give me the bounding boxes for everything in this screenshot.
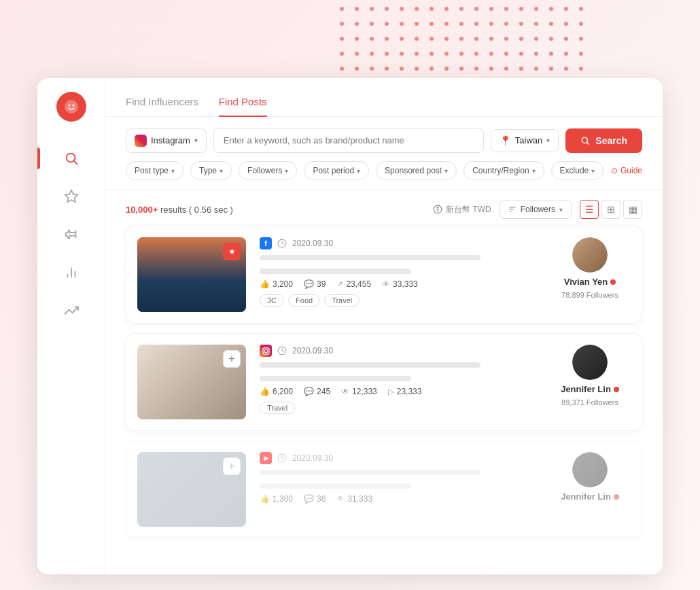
view-table-btn[interactable]: ▦ [623, 200, 642, 219]
sidebar-item-analytics[interactable] [55, 256, 88, 289]
post-stats-3: 👍 1,300 💬 36 👁 31,333 [260, 494, 536, 504]
view-list-btn[interactable]: ☰ [580, 200, 599, 219]
influencer-info-1: Vivian Yen 78,899 Followers [549, 237, 631, 299]
view-grid-btn[interactable]: ⊞ [601, 200, 620, 219]
location-icon: 📍 [500, 135, 511, 146]
filter-country-label: Country/Region [472, 166, 529, 175]
verified-badge-1 [610, 279, 616, 285]
sort-chevron: ▾ [559, 206, 563, 213]
filter-exclude-chevron: ▾ [591, 167, 595, 175]
post-platform-row-3: ▶ 2020.09.30 [260, 452, 536, 464]
svg-point-1 [68, 105, 70, 107]
tab-find-influencers[interactable]: Find Influencers [126, 85, 198, 117]
post-stats-2: 👍 6,200 💬 245 👁 12,333 ▷ [260, 387, 536, 396]
avatar-1[interactable] [572, 237, 608, 273]
location-label: Taiwan [515, 135, 542, 145]
instagram-icon [135, 135, 147, 147]
post-info-1: f 2020.09.30 👍 3,200 [260, 237, 536, 307]
post-text-bar-short-1 [260, 268, 411, 274]
post-text-bar-long-1 [260, 255, 480, 260]
shares-icon-3: 👁 [336, 494, 345, 504]
filter-exclude[interactable]: Exclude ▾ [551, 161, 604, 180]
sort-select[interactable]: Followers ▾ [500, 200, 572, 219]
logo-icon [63, 99, 80, 115]
tabs-bar: Find Influencers Find Posts [105, 85, 663, 117]
add-button-2[interactable]: + [223, 350, 241, 368]
bookmark-button-1[interactable]: ★ [223, 243, 241, 260]
likes-value-1: 3,200 [273, 279, 293, 289]
clock-icon-1 [277, 239, 287, 248]
post-text-bar-short-2 [260, 376, 411, 381]
tab-find-posts[interactable]: Find Posts [219, 85, 267, 117]
app-logo[interactable] [56, 92, 86, 122]
likes-icon-1: 👍 [260, 279, 270, 289]
filter-followers[interactable]: Followers ▾ [239, 161, 297, 180]
comments-icon-1: 💬 [304, 279, 314, 289]
filter-country-chevron: ▾ [532, 167, 536, 175]
influencer-name-3: Jennifer Lin [561, 491, 619, 502]
keyword-input[interactable] [214, 128, 483, 152]
tag-travel-2[interactable]: Travel [260, 402, 295, 414]
search-area: Instagram ▾ 📍 Taiwan ▾ Search [105, 117, 663, 161]
svg-line-4 [74, 161, 77, 164]
influencer-name-2: Jennifer Lin [561, 384, 619, 394]
sidebar-nav [37, 142, 105, 327]
guide-label: Guide [620, 166, 642, 175]
search-row: Instagram ▾ 📍 Taiwan ▾ Search [126, 128, 642, 153]
trending-up-icon [64, 303, 79, 318]
views-stat-2: ▷ 23,333 [388, 387, 422, 396]
filter-post-type-label: Post type [135, 166, 169, 175]
tag-travel-1[interactable]: Travel [324, 294, 360, 307]
guide-icon: ⊙ [611, 166, 618, 175]
post-date-1: 2020.09.30 [292, 239, 333, 248]
post-tags-2: Travel [260, 402, 536, 414]
tag-3c[interactable]: 3C [260, 294, 284, 307]
svg-point-17 [264, 349, 268, 353]
add-button-3[interactable]: + [223, 457, 241, 475]
svg-marker-5 [65, 190, 77, 202]
views-icon-2: ▷ [388, 387, 394, 396]
filter-sponsored-post[interactable]: Sponsored post ▾ [376, 161, 457, 180]
platform-select[interactable]: Instagram ▾ [126, 128, 207, 153]
guide-link[interactable]: ⊙ Guide [611, 166, 642, 175]
currency-badge: 新台幣 TWD [433, 204, 491, 215]
post-text-bar-long-3 [260, 470, 480, 475]
filter-country-region[interactable]: Country/Region ▾ [463, 161, 544, 180]
filter-sponsored-chevron: ▾ [444, 167, 448, 175]
verified-badge-3 [614, 494, 619, 500]
filter-type[interactable]: Type ▾ [190, 161, 232, 180]
shares-stat-1: ↗ 23,455 [336, 279, 371, 289]
results-count: 10,000+ results ( 0.56 sec ) [126, 205, 233, 215]
verified-badge-2 [614, 387, 619, 392]
svg-point-2 [72, 105, 74, 107]
post-text-bar-long-2 [260, 362, 480, 368]
sidebar-item-campaigns[interactable] [55, 218, 88, 251]
avatar-3[interactable] [572, 452, 608, 487]
results-controls: 新台幣 TWD Followers ▾ ☰ ⊞ ▦ [433, 200, 642, 219]
comments-value-1: 39 [317, 279, 326, 289]
tag-food[interactable]: Food [288, 294, 320, 307]
filter-post-type[interactable]: Post type ▾ [126, 161, 183, 180]
influencer-info-2: Jennifer Lin 89,371 Followers [549, 345, 631, 406]
currency-icon [433, 205, 442, 214]
instagram-icon-2 [260, 345, 272, 357]
sidebar-item-trending[interactable] [55, 294, 88, 327]
view-toggles: ☰ ⊞ ▦ [580, 200, 642, 219]
followers-count-2: 89,371 Followers [561, 398, 618, 406]
sidebar [37, 78, 105, 574]
results-area: 10,000+ results ( 0.56 sec ) 新台幣 TWD [105, 190, 663, 574]
currency-label: 新台幣 TWD [446, 204, 491, 215]
location-select[interactable]: 📍 Taiwan ▾ [491, 129, 559, 152]
search-button[interactable]: Search [565, 128, 642, 153]
comments-icon-2: 💬 [304, 387, 314, 396]
svg-line-10 [587, 142, 589, 144]
views-value-2: 23,333 [397, 387, 422, 396]
svg-point-18 [267, 349, 268, 349]
comments-stat-3: 💬 36 [304, 494, 326, 504]
shares-stat-3: 👁 31,333 [336, 494, 372, 504]
sidebar-item-favorites[interactable] [55, 180, 88, 213]
avatar-2[interactable] [572, 345, 608, 380]
sidebar-item-search[interactable] [55, 142, 88, 175]
filter-post-period[interactable]: Post period ▾ [304, 161, 369, 180]
avatar-img-2 [572, 345, 608, 380]
